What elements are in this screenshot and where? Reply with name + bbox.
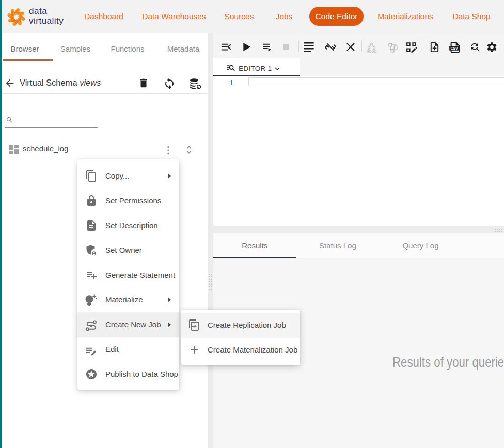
svg-text:CSV: CSV <box>451 46 458 50</box>
